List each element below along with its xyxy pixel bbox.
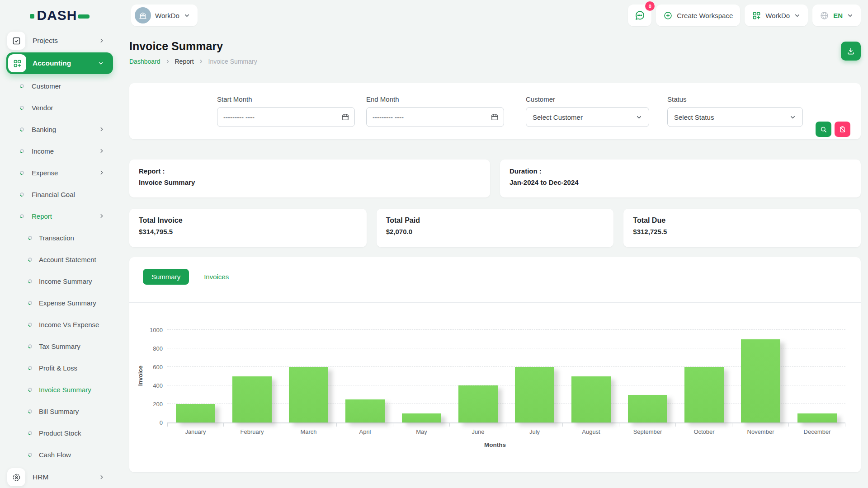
- bar-february: [232, 376, 272, 423]
- calendar-icon[interactable]: [491, 113, 499, 121]
- y-tick-label: 800: [145, 345, 163, 352]
- sidebar-item-transaction[interactable]: Transaction: [0, 227, 119, 249]
- report-card-title: Report :: [139, 167, 481, 175]
- y-tick-label: 600: [145, 364, 163, 371]
- bar-december: [797, 413, 837, 423]
- chevron-down-icon: [184, 12, 190, 19]
- sidebar-item-customer[interactable]: Customer: [0, 75, 119, 97]
- breadcrumb-dashboard[interactable]: Dashboard: [129, 58, 160, 65]
- calendar-icon[interactable]: [341, 113, 349, 121]
- reset-icon: [839, 126, 846, 133]
- sidebar-item-label: Expense Summary: [39, 299, 96, 307]
- x-axis-labels: JanuaryFebruaryMarchAprilMayJuneJulyAugu…: [167, 428, 845, 435]
- chevron-down-icon: [789, 114, 796, 121]
- stat-label: Total Paid: [386, 216, 604, 225]
- language-selector[interactable]: EN: [812, 5, 861, 26]
- create-workspace-label: Create Workspace: [677, 12, 733, 19]
- sidebar-item-profit-loss[interactable]: Profit & Loss: [0, 357, 119, 379]
- sidebar-item-label: Transaction: [39, 234, 74, 242]
- sidebar-item-label: Income Vs Expense: [39, 321, 99, 328]
- sidebar-item-income-summary[interactable]: Income Summary: [0, 270, 119, 292]
- chevron-right-icon: [99, 126, 105, 132]
- sidebar-item-cash-flow[interactable]: Cash Flow: [0, 444, 119, 465]
- sidebar-item-bill-summary[interactable]: Bill Summary: [0, 400, 119, 422]
- chart-card: SummaryInvoices Invoice02004006008001000…: [129, 257, 861, 472]
- bar-column: [393, 330, 450, 422]
- workspace-switcher[interactable]: WorkDo: [131, 5, 198, 26]
- stat-card-total-due: Total Due$312,725.5: [623, 209, 861, 247]
- x-tick-label: April: [337, 428, 393, 435]
- x-tick-label: January: [167, 428, 224, 435]
- sidebar-item-hrm[interactable]: HRM: [0, 466, 119, 488]
- sidebar-item-income-vs-expense[interactable]: Income Vs Expense: [0, 314, 119, 335]
- bullet-icon: [27, 452, 33, 457]
- building-icon: [138, 11, 147, 20]
- reset-button[interactable]: [835, 122, 850, 137]
- bullet-icon: [19, 127, 24, 132]
- breadcrumb-report[interactable]: Report: [175, 58, 194, 65]
- x-tick: [506, 423, 563, 427]
- sidebar-item-product-stock[interactable]: Product Stock: [0, 422, 119, 444]
- x-tick: [450, 423, 506, 427]
- sidebar-item-report[interactable]: Report: [0, 205, 119, 227]
- sidebar-item-tax-summary[interactable]: Tax Summary: [0, 335, 119, 357]
- sidebar-item-label: Product Stock: [39, 429, 81, 437]
- sidebar: ProjectsAccountingCustomerVendorBankingI…: [0, 26, 119, 488]
- chat-icon: [634, 10, 645, 21]
- sidebar-item-financial-goal[interactable]: Financial Goal: [0, 183, 119, 205]
- report-card: Report : Invoice Summary: [129, 160, 490, 197]
- customer-field: Customer Select Customer: [526, 95, 649, 127]
- search-button[interactable]: [816, 122, 831, 137]
- bar-november: [741, 339, 780, 423]
- customer-select[interactable]: Select Customer: [526, 107, 649, 127]
- checkbox-icon: [12, 36, 21, 46]
- sidebar-item-banking[interactable]: Banking: [0, 118, 119, 140]
- y-tick-label: 400: [145, 382, 163, 389]
- start-month-input[interactable]: [217, 107, 355, 127]
- sidebar-item-accounting[interactable]: Accounting: [6, 52, 113, 74]
- x-tick: [789, 423, 845, 427]
- bar-column: [789, 330, 845, 422]
- bar-column: [450, 330, 506, 422]
- tab-summary[interactable]: Summary: [143, 269, 189, 285]
- bar-may: [402, 413, 441, 423]
- messages-button[interactable]: 0: [628, 5, 651, 26]
- brand-logo[interactable]: DASH: [0, 8, 119, 23]
- grid-plus-icon: [13, 59, 22, 68]
- sidebar-item-projects[interactable]: Projects: [0, 30, 119, 52]
- tab-invoices[interactable]: Invoices: [195, 269, 237, 285]
- x-axis: [167, 422, 845, 427]
- bar-column: [506, 330, 563, 422]
- invoice-bar-chart: Invoice02004006008001000: [167, 330, 845, 422]
- create-workspace-button[interactable]: Create Workspace: [656, 5, 740, 26]
- workdo-menu-button[interactable]: WorkDo: [745, 5, 808, 26]
- sidebar-item-expense[interactable]: Expense: [0, 162, 119, 183]
- sidebar-item-label: Accounting: [33, 59, 71, 67]
- sidebar-item-invoice-summary[interactable]: Invoice Summary: [0, 379, 119, 400]
- page-title: Invoice Summary: [129, 40, 257, 53]
- end-month-input[interactable]: [366, 107, 504, 127]
- bar-september: [628, 395, 667, 423]
- sidebar-item-label: Expense: [32, 169, 58, 177]
- chevron-right-icon: [99, 38, 105, 44]
- sidebar-item-vendor[interactable]: Vendor: [0, 97, 119, 118]
- bar-march: [289, 367, 328, 422]
- download-button[interactable]: [841, 42, 861, 61]
- bar-july: [515, 367, 554, 422]
- language-label: EN: [833, 12, 843, 19]
- status-select[interactable]: Select Status: [667, 107, 803, 127]
- stat-value: $2,070.0: [386, 228, 604, 235]
- bar-column: [619, 330, 676, 422]
- sidebar-item-expense-summary[interactable]: Expense Summary: [0, 292, 119, 314]
- stat-card-total-invoice: Total Invoice$314,795.5: [129, 209, 367, 247]
- chevron-down-icon: [847, 12, 854, 19]
- bar-column: [676, 330, 732, 422]
- bar-column: [732, 330, 789, 422]
- x-tick: [337, 423, 393, 427]
- bullet-icon: [27, 322, 33, 327]
- bullet-icon: [19, 170, 24, 175]
- bar-column: [224, 330, 280, 422]
- sidebar-item-income[interactable]: Income: [0, 140, 119, 162]
- workspace-avatar: [135, 7, 151, 23]
- sidebar-item-account-statement[interactable]: Account Statement: [0, 249, 119, 270]
